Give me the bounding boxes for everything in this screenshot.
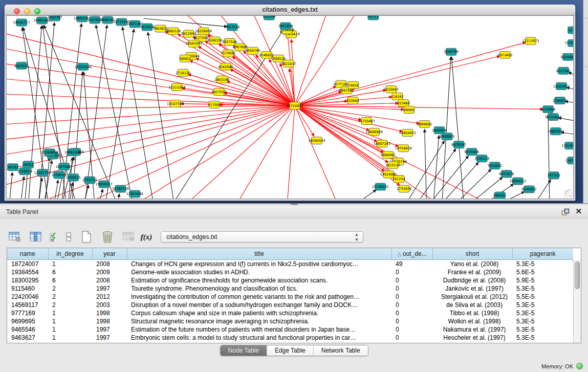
table-column-icon[interactable] xyxy=(28,230,43,244)
graph-node-label: 8454749 xyxy=(245,49,260,53)
table-scrollbar-thumb[interactable] xyxy=(575,261,580,289)
graph-node-label: 7632621 xyxy=(487,164,502,168)
graph-node-label: 9474444 xyxy=(464,150,479,154)
graph-node-label: 1154519 xyxy=(52,173,67,177)
graph-node-label: 3175685 xyxy=(221,52,235,56)
table-panel: Table Panel ✕ xyxy=(0,205,588,372)
network-canvas[interactable]: 1872400776638229860128891295418226058912… xyxy=(6,15,574,199)
graph-node-label: 20153346 xyxy=(75,65,92,69)
graph-node-label: 19992971 xyxy=(547,129,564,134)
column-header-pagerank[interactable]: pagerank xyxy=(512,248,573,259)
table-row[interactable]: 1830029562008Estimation of significance … xyxy=(7,276,573,285)
graph-node-label: 16210643 xyxy=(545,115,561,119)
table-row[interactable]: 969969511998Structural magnetic resonanc… xyxy=(7,317,573,325)
table-row[interactable]: 911546021997Tourette syndrome. Phenomeno… xyxy=(7,285,573,293)
graph-node-label: 39193 xyxy=(8,165,18,169)
graph-node-label: 8938923 xyxy=(440,135,454,139)
graph-node-label: 9884067 xyxy=(381,153,396,157)
graph-node-label: 984502 xyxy=(493,193,506,198)
table-row[interactable]: 1938455462009Genome-wide association stu… xyxy=(7,268,573,276)
column-header-title[interactable]: title xyxy=(127,248,391,259)
graph-node-label: 10654112 xyxy=(509,179,526,183)
citation-graph[interactable]: 1872400776638229860128891295418226058912… xyxy=(7,16,573,199)
column-header-name[interactable]: name xyxy=(7,248,48,259)
graph-node-label: 2935114 xyxy=(474,157,489,161)
memory-status-indicator[interactable] xyxy=(576,363,583,369)
window-titlebar[interactable]: citations_edges.txt xyxy=(5,5,575,15)
graph-node-label: 9127509 xyxy=(193,36,208,40)
graph-node-label: 98901 xyxy=(180,57,190,61)
delete-column-icon-disabled xyxy=(121,230,136,244)
graph-node-label: 18724007 xyxy=(286,104,303,108)
graph-node-label: 15720407 xyxy=(358,119,375,123)
app-desktop: citations_edges.txt 18724007766382298601… xyxy=(0,0,588,203)
graph-node-label: 8471676 xyxy=(499,172,514,176)
graph-node-label: 9227341 xyxy=(556,69,571,73)
graph-node-label: 89965 xyxy=(404,108,415,112)
graph-node-label: 16654923 xyxy=(399,131,416,135)
graph-node-label: 11173 xyxy=(568,28,573,32)
table-row[interactable]: 946554611997Estimation of the future num… xyxy=(7,325,573,334)
table-row[interactable]: 1872400712008Changes of HCN gene express… xyxy=(7,259,573,268)
network-window[interactable]: citations_edges.txt 18724007766382298601… xyxy=(4,4,576,201)
graph-node-label: 9242848 xyxy=(218,65,233,69)
graph-node-label: 15136141 xyxy=(372,185,389,189)
column-header-year[interactable]: year xyxy=(92,248,127,259)
function-builder-icon[interactable]: f(x) xyxy=(142,230,151,244)
graph-node-label: 9860128 xyxy=(166,29,181,33)
table-settings-icon[interactable] xyxy=(7,230,23,244)
table-row[interactable]: 1456911722003Disruption of a novel membe… xyxy=(7,301,573,309)
graph-node-label: 14055717 xyxy=(13,20,30,25)
graph-node-label: 8912954 xyxy=(181,32,196,36)
table-panel-header: Table Panel ✕ xyxy=(0,205,588,218)
graph-node-label: 9329968 xyxy=(561,55,573,59)
delete-table-icon[interactable] xyxy=(100,230,115,244)
graph-node-label: 19958167 xyxy=(96,182,113,186)
graph-node-label: 915469 xyxy=(397,101,410,105)
table-select-value: citations_edges.txt xyxy=(166,232,217,243)
merge-rows-icon[interactable] xyxy=(64,230,73,244)
graph-node-label: 1973493 xyxy=(497,53,512,57)
table-scrollbar[interactable] xyxy=(573,260,581,343)
column-header-in_degree[interactable]: in_degree xyxy=(48,248,92,259)
table-row[interactable]: 2242004622012Investigating the contribut… xyxy=(7,293,573,301)
status-bar: Memory: OK xyxy=(541,363,583,369)
column-header-out_de[interactable]: △out_de... xyxy=(391,248,432,259)
float-panel-icon[interactable] xyxy=(561,208,570,216)
graph-node-label: 1244415 xyxy=(552,99,567,103)
graph-node-label: 16782759 xyxy=(112,187,129,191)
select-rows-icon[interactable] xyxy=(49,230,58,244)
graph-node-label: 417006 xyxy=(208,103,221,107)
table-select-dropdown[interactable]: citations_edges.txt ▲▼ xyxy=(161,231,363,243)
graph-node-label: 9827546 xyxy=(222,40,237,44)
graph-node-label: 1063787 xyxy=(48,16,62,19)
graph-node-label: 17016504 xyxy=(561,144,573,148)
graph-node-label: 1250515 xyxy=(66,176,81,180)
graph-node-label: 167703 xyxy=(548,173,560,178)
graph-node-label: 9822037 xyxy=(281,62,296,66)
resize-grip[interactable] xyxy=(564,189,572,198)
graph-node-label: 1156819 xyxy=(17,169,32,173)
graph-node-label: 19384554 xyxy=(309,139,325,143)
graph-node-label: 12213973 xyxy=(522,39,539,43)
column-header-short[interactable]: short xyxy=(432,248,512,259)
side-panel-edge xyxy=(583,0,588,203)
graph-node-label: 12342757 xyxy=(34,171,51,175)
tab-node-table[interactable]: Node Table xyxy=(220,345,267,356)
new-file-icon[interactable] xyxy=(79,230,94,244)
graph-node-label: 9245652 xyxy=(521,187,536,191)
node-table: namein_degreeyeartitle△out_de...shortpag… xyxy=(7,248,573,342)
tab-edge-table[interactable]: Edge Table xyxy=(267,345,314,356)
graph-node-label: 16543392 xyxy=(185,41,202,46)
tab-network-table[interactable]: Network Table xyxy=(314,345,368,356)
graph-node-label: 12213363 xyxy=(168,85,185,90)
table-row[interactable]: 946362711997Embryonic stem cells: a mode… xyxy=(7,334,573,342)
graph-node-label: 1795722 xyxy=(82,178,97,182)
graph-node-label: 19756928 xyxy=(395,146,412,150)
node-table-container: namein_degreeyeartitle△out_de...shortpag… xyxy=(7,248,581,343)
graph-node-label: 2803144 xyxy=(214,78,229,82)
graph-node-label: 1010647 xyxy=(384,87,399,92)
graph-node-label: 12923448 xyxy=(126,192,143,196)
table-row[interactable]: 977716911998Corpus callosum shape and si… xyxy=(7,309,573,317)
close-panel-icon[interactable]: ✕ xyxy=(575,207,582,216)
